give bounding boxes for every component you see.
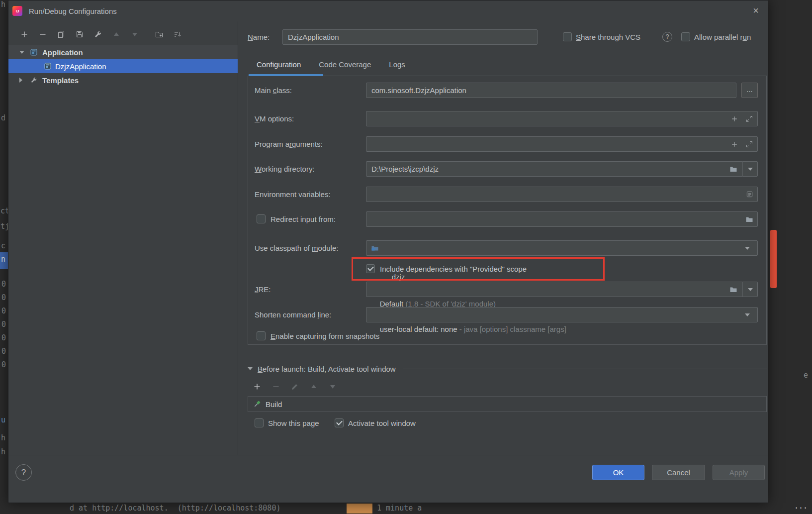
editor-line-number: 0 — [1, 307, 6, 315]
folder-icon[interactable] — [745, 215, 753, 223]
tree-item-templates[interactable]: Templates — [8, 73, 238, 87]
main-class-input[interactable]: com.sinosoft.DzjzApplication — [366, 83, 736, 98]
move-task-down-button[interactable] — [329, 383, 337, 391]
collapse-icon[interactable] — [248, 367, 253, 370]
scrollbar-error-stripe — [770, 230, 777, 288]
chevron-right-icon[interactable] — [19, 78, 22, 83]
intellij-logo-icon: IJ — [12, 6, 22, 16]
chevron-down-icon[interactable] — [19, 51, 24, 54]
config-tabs: Configuration Code Coverage Logs — [248, 54, 414, 74]
minus-icon — [272, 383, 280, 391]
build-task-label: Build — [266, 400, 282, 409]
activate-tool-window-checkbox[interactable] — [335, 418, 344, 427]
wrench-icon — [94, 30, 102, 38]
edit-variables-icon[interactable] — [745, 191, 753, 199]
editor-text-fragment: n — [1, 255, 5, 264]
remove-task-button[interactable] — [272, 383, 280, 391]
tree-label-templates: Templates — [42, 76, 79, 85]
plus-icon — [20, 30, 28, 38]
folder-icon[interactable] — [729, 165, 737, 173]
editor-text-fragment: d — [1, 113, 5, 122]
shorten-command-line-select[interactable]: user-local default: none - java [options… — [366, 307, 758, 322]
edit-templates-button[interactable] — [94, 30, 102, 38]
name-label: Name: — [248, 29, 270, 45]
browse-main-class-button[interactable]: ... — [741, 83, 758, 98]
redirect-input-checkbox[interactable] — [257, 214, 266, 223]
working-directory-dropdown-button[interactable] — [742, 161, 757, 177]
editor-text-fragment: h — [1, 433, 5, 442]
tab-configuration[interactable]: Configuration — [248, 54, 310, 74]
edit-task-button[interactable] — [291, 383, 299, 391]
program-arguments-label: Program arguments: — [255, 136, 323, 152]
add-task-button[interactable] — [253, 383, 261, 391]
new-folder-icon — [155, 30, 163, 38]
working-directory-input[interactable]: D:\Projects\jzcp\dzjz — [366, 161, 758, 177]
run-debug-configurations-dialog: IJ Run/Debug Configurations × Applicatio… — [8, 0, 768, 503]
create-folder-button[interactable] — [155, 30, 163, 38]
console-highlight — [347, 504, 372, 514]
ok-button[interactable]: OK — [592, 465, 644, 480]
shorten-command-line-label: Shorten command line: — [255, 307, 331, 322]
move-down-button[interactable] — [131, 30, 139, 38]
editor-text-fragment: h — [1, 0, 5, 9]
redirect-input-field[interactable] — [366, 211, 758, 227]
dialog-footer: ? OK Cancel Apply — [8, 455, 768, 503]
main-class-label: Main class: — [255, 83, 292, 98]
copy-configuration-button[interactable] — [57, 30, 65, 38]
plus-icon — [253, 383, 261, 391]
name-input[interactable]: DzjzApplication — [282, 29, 538, 45]
jre-select[interactable]: Default (1.8 - SDK of 'dzjz' module) — [366, 282, 758, 297]
hammer-icon — [253, 400, 261, 408]
allow-parallel-run-checkbox[interactable] — [681, 32, 690, 41]
editor-line-number: 0 — [1, 360, 6, 369]
help-button[interactable]: ? — [15, 464, 32, 481]
tree-item-dzjzapplication[interactable]: DzjzApplication — [8, 59, 238, 73]
console-text-fragment: 1 minute a — [377, 504, 422, 513]
remove-configuration-button[interactable] — [39, 30, 47, 38]
arrow-up-icon — [112, 30, 120, 38]
add-macro-icon[interactable] — [730, 115, 738, 123]
chevron-down-icon — [748, 288, 753, 291]
save-configuration-button[interactable] — [76, 30, 84, 38]
share-vcs-checkbox[interactable] — [563, 32, 572, 41]
help-icon[interactable]: ? — [662, 32, 672, 42]
move-task-up-button[interactable] — [310, 383, 318, 391]
classpath-module-select[interactable]: dzjz — [366, 240, 758, 256]
editor-line-number: 0 — [1, 320, 6, 329]
folder-icon[interactable] — [729, 286, 737, 294]
program-arguments-input[interactable] — [366, 136, 758, 152]
editor-line-number: 0 — [1, 347, 6, 356]
tree-item-application-group[interactable]: Application — [8, 45, 238, 59]
minus-icon — [39, 30, 47, 38]
console-text-fragment: d at http://localhost. (http://localhost… — [70, 504, 280, 513]
before-launch-section: Before launch: Build, Activate tool wind… — [248, 362, 767, 375]
arrow-up-icon — [310, 383, 318, 391]
apply-button[interactable]: Apply — [713, 465, 765, 480]
show-this-page-checkbox[interactable] — [255, 418, 264, 427]
tree-toolbar — [20, 27, 181, 41]
build-task-item[interactable]: Build — [248, 397, 766, 411]
vm-options-label: VM options: — [255, 111, 294, 126]
enable-snapshots-checkbox[interactable] — [257, 331, 266, 340]
expand-editor-icon[interactable] — [745, 140, 753, 148]
vm-options-input[interactable] — [366, 111, 758, 126]
save-icon — [76, 30, 84, 38]
editor-line-number: 0 — [1, 333, 6, 342]
move-up-button[interactable] — [112, 30, 120, 38]
tab-logs[interactable]: Logs — [380, 54, 414, 74]
chevron-down-icon — [748, 168, 753, 171]
cancel-button[interactable]: Cancel — [652, 465, 705, 480]
tree-label-application: Application — [42, 48, 83, 57]
sort-configurations-button[interactable] — [174, 30, 181, 38]
close-icon[interactable]: × — [750, 4, 762, 16]
expand-editor-icon[interactable] — [745, 115, 753, 123]
module-icon — [371, 244, 379, 252]
section-divider — [403, 369, 767, 369]
jre-dropdown-button[interactable] — [742, 282, 757, 297]
add-configuration-button[interactable] — [20, 30, 28, 38]
editor-line-number: 0 — [1, 293, 6, 302]
tab-code-coverage[interactable]: Code Coverage — [310, 54, 380, 74]
environment-variables-input[interactable] — [366, 187, 758, 202]
add-macro-icon[interactable] — [730, 140, 738, 148]
editor-text-fragment: c — [1, 241, 5, 250]
